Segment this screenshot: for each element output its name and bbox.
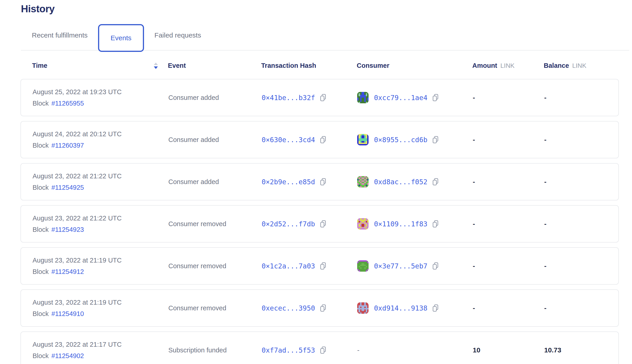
block-number-link[interactable]: #11254910 — [52, 310, 84, 318]
transaction-hash-link[interactable]: 0×41be...b32f — [262, 94, 315, 102]
row-timestamp: August 23, 2022 at 21:22 UTC — [32, 214, 122, 222]
event-cell: Consumer removed — [168, 304, 262, 312]
copy-transaction-hash-button[interactable] — [320, 178, 326, 186]
tab-failed-requests[interactable]: Failed requests — [154, 32, 201, 39]
copy-transaction-hash-button[interactable] — [320, 136, 326, 144]
consumer-address-link[interactable]: 0×8955...cd6b — [374, 136, 428, 144]
block-label: Block — [32, 184, 49, 191]
column-header-event: Event — [168, 62, 261, 70]
consumer-empty-dash: - — [357, 346, 360, 354]
table-header: Time Event Transaction Hash Consumer Amo… — [20, 50, 619, 79]
consumer-cell: - — [357, 346, 473, 354]
sort-toggle-icon[interactable] — [154, 62, 158, 69]
amount-value: 10 — [473, 346, 480, 354]
transaction-hash-cell: 0xecec...3950 — [262, 304, 357, 312]
table-row: August 23, 2022 at 21:22 UTC Block #1125… — [20, 205, 619, 242]
transaction-hash-cell: 0xf7ad...5f53 — [262, 346, 357, 354]
event-cell: Consumer added — [168, 136, 262, 144]
block-label: Block — [32, 352, 49, 360]
transaction-hash-link[interactable]: 0xf7ad...5f53 — [262, 346, 315, 354]
transaction-hash-cell: 0×2b9e...e85d — [262, 178, 357, 186]
block-label: Block — [32, 142, 49, 149]
balance-cell: - — [544, 304, 618, 312]
block-line: Block #11254912 — [32, 268, 84, 276]
row-timestamp: August 25, 2022 at 19:23 UTC — [32, 88, 122, 96]
consumer-address-link[interactable]: 0xd914...9138 — [374, 304, 428, 312]
copy-transaction-hash-button[interactable] — [320, 346, 326, 354]
balance-cell: - — [544, 220, 618, 228]
consumer-address-link[interactable]: 0xd8ac...f052 — [374, 178, 428, 186]
row-timestamp: August 23, 2022 at 21:22 UTC — [32, 172, 122, 180]
column-header-amount-label: Amount — [472, 62, 497, 69]
transaction-hash-cell: 0×630e...3cd4 — [262, 136, 357, 144]
copy-icon — [320, 262, 326, 270]
event-type-label: Consumer added — [168, 136, 219, 144]
transaction-hash-link[interactable]: 0×1c2a...7a03 — [262, 262, 315, 270]
consumer-identicon-avatar — [357, 302, 368, 314]
copy-consumer-address-button[interactable] — [432, 304, 439, 312]
table-row: August 23, 2022 at 21:19 UTC Block #1125… — [20, 247, 619, 284]
copy-icon — [320, 346, 326, 354]
balance-value: - — [544, 178, 546, 186]
block-label: Block — [32, 268, 49, 276]
block-number-link[interactable]: #11254902 — [52, 352, 84, 360]
column-header-balance: BalanceLINK — [544, 62, 619, 70]
sort-desc-icon — [154, 66, 158, 69]
copy-transaction-hash-button[interactable] — [320, 262, 326, 270]
table-row: August 23, 2022 at 21:17 UTC Block #1125… — [20, 332, 619, 364]
event-type-label: Consumer removed — [168, 220, 226, 228]
consumer-address-link[interactable]: 0xcc79...1ae4 — [374, 94, 428, 102]
transaction-hash-link[interactable]: 0×630e...3cd4 — [262, 136, 315, 144]
copy-icon — [432, 220, 439, 228]
column-header-time[interactable]: Time — [32, 62, 168, 70]
transaction-hash-cell: 0×1c2a...7a03 — [262, 262, 357, 270]
event-type-label: Consumer removed — [168, 304, 226, 312]
consumer-address-link[interactable]: 0×1109...1f83 — [374, 220, 428, 228]
copy-consumer-address-button[interactable] — [432, 178, 439, 186]
copy-icon — [432, 178, 439, 186]
column-header-time-label: Time — [32, 62, 47, 70]
transaction-hash-link[interactable]: 0×2d52...f7db — [262, 220, 315, 228]
transaction-hash-link[interactable]: 0xecec...3950 — [262, 304, 315, 312]
copy-consumer-address-button[interactable] — [432, 136, 439, 144]
block-label: Block — [32, 226, 49, 234]
table-row: August 24, 2022 at 20:12 UTC Block #1126… — [20, 121, 619, 158]
block-number-link[interactable]: #11254912 — [52, 268, 84, 276]
copy-icon — [320, 178, 326, 186]
copy-consumer-address-button[interactable] — [432, 220, 439, 228]
tab-recent-fulfillments[interactable]: Recent fulfillments — [32, 32, 88, 39]
row-timestamp: August 23, 2022 at 21:19 UTC — [32, 256, 122, 264]
column-header-amount: AmountLINK — [472, 62, 544, 70]
event-cell: Consumer added — [168, 178, 262, 186]
consumer-identicon-avatar — [357, 260, 368, 272]
block-number-link[interactable]: #11265955 — [52, 100, 84, 107]
copy-consumer-address-button[interactable] — [432, 94, 439, 102]
copy-icon — [320, 220, 326, 228]
tab-events[interactable]: Events — [98, 24, 144, 52]
time-cell: August 23, 2022 at 21:17 UTC Block #1125… — [32, 341, 168, 360]
table-row: August 23, 2022 at 21:22 UTC Block #1125… — [20, 163, 619, 200]
consumer-address-link[interactable]: 0×3e77...5eb7 — [374, 262, 428, 270]
consumer-cell: 0xcc79...1ae4 — [357, 92, 473, 103]
block-number-link[interactable]: #11254925 — [52, 184, 84, 191]
page-title: History — [0, 0, 632, 14]
consumer-cell: 0×1109...1f83 — [357, 218, 473, 230]
amount-value: - — [473, 136, 475, 144]
block-number-link[interactable]: #11254923 — [52, 226, 84, 234]
transaction-hash-link[interactable]: 0×2b9e...e85d — [262, 178, 315, 186]
amount-cell: - — [473, 178, 544, 186]
consumer-identicon-avatar — [357, 134, 368, 145]
amount-value: - — [473, 178, 475, 186]
consumer-cell: 0×3e77...5eb7 — [357, 260, 473, 272]
block-number-link[interactable]: #11260397 — [52, 142, 84, 149]
time-cell: August 23, 2022 at 21:19 UTC Block #1125… — [32, 256, 168, 276]
copy-transaction-hash-button[interactable] — [320, 94, 326, 102]
balance-cell: - — [544, 178, 618, 186]
copy-transaction-hash-button[interactable] — [320, 220, 326, 228]
copy-transaction-hash-button[interactable] — [320, 304, 326, 312]
balance-cell: - — [544, 262, 618, 270]
event-cell: Subscription funded — [168, 346, 262, 354]
copy-consumer-address-button[interactable] — [432, 262, 439, 270]
row-timestamp: August 24, 2022 at 20:12 UTC — [32, 130, 122, 138]
table-row: August 25, 2022 at 19:23 UTC Block #1126… — [20, 79, 619, 116]
